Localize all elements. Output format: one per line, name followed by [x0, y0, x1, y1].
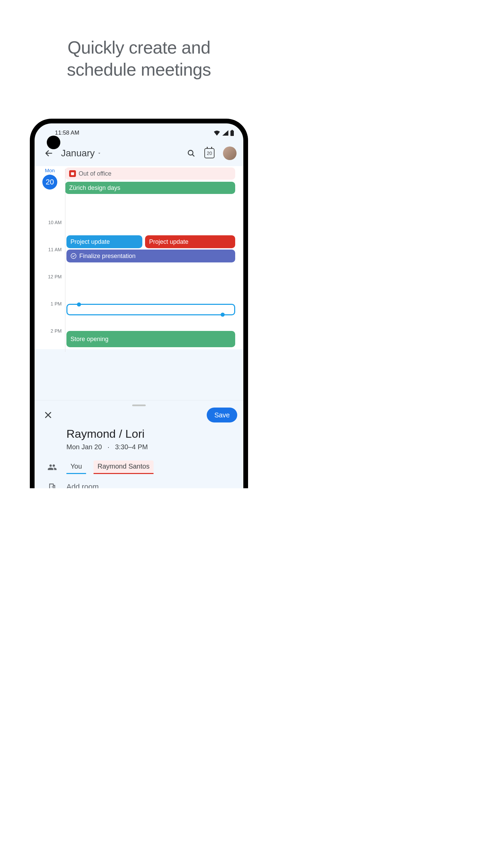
close-button[interactable]	[41, 408, 56, 422]
calendar-today-icon: 20	[204, 148, 215, 158]
day-view: Mon 20 Out of office Zürich design days	[35, 166, 243, 349]
close-icon	[44, 411, 53, 419]
account-avatar[interactable]	[223, 146, 237, 160]
arrow-left-icon	[44, 149, 53, 158]
event-project-update-blue[interactable]: Project update	[66, 235, 142, 248]
event-out-of-office[interactable]: Out of office	[65, 167, 235, 180]
signal-icon	[222, 130, 228, 136]
event-label: Zürich design days	[69, 184, 120, 192]
task-check-icon	[70, 253, 77, 259]
save-button[interactable]: Save	[207, 408, 237, 422]
event-store-opening[interactable]: Store opening	[66, 331, 235, 347]
event-finalize-presentation[interactable]: Finalize presentation	[66, 250, 235, 262]
add-room-label: Add room	[66, 482, 99, 488]
event-title-input[interactable]: Raymond / Lori	[35, 425, 243, 443]
hour-label: 2 PM	[50, 328, 62, 334]
attendee-chip-raymond[interactable]: Raymond Santos	[94, 460, 154, 474]
day-column-header[interactable]: Mon 20	[35, 167, 65, 194]
today-button[interactable]: 20	[202, 146, 217, 161]
svg-rect-5	[71, 173, 74, 174]
hour-label: 11 AM	[48, 247, 62, 252]
camera-hole	[47, 136, 60, 149]
event-zurich-design-days[interactable]: Zürich design days	[65, 182, 235, 194]
event-label: Project update	[149, 238, 188, 245]
event-project-update-red[interactable]: Project update	[145, 235, 235, 248]
month-picker[interactable]: January	[61, 148, 102, 159]
svg-line-3	[192, 154, 194, 156]
phone-screen: 11:58 AM January 20	[35, 123, 243, 488]
hour-label: 10 AM	[48, 220, 62, 225]
hour-label: 12 PM	[48, 274, 62, 279]
status-time: 11:58 AM	[55, 130, 79, 136]
timeline-divider	[65, 169, 65, 352]
event-label: Project update	[70, 238, 110, 245]
svg-rect-1	[231, 130, 233, 131]
event-label: Out of office	[79, 170, 111, 177]
day-name: Mon	[35, 167, 65, 173]
people-icon	[47, 462, 57, 472]
marketing-headline: Quickly create and schedule meetings	[0, 37, 278, 81]
wifi-icon	[214, 130, 220, 136]
attendee-chip-you[interactable]: You	[66, 460, 86, 474]
add-room-row[interactable]: Add room	[35, 477, 243, 488]
status-icons	[214, 130, 234, 136]
month-label: January	[61, 148, 95, 159]
search-button[interactable]	[184, 146, 199, 161]
status-bar: 11:58 AM	[35, 123, 243, 142]
attendees-row[interactable]: You Raymond Santos	[35, 457, 243, 477]
battery-icon	[230, 130, 234, 136]
resize-handle-top[interactable]	[77, 302, 81, 307]
app-bar: January 20	[35, 142, 243, 164]
new-event-slot[interactable]	[66, 304, 235, 315]
svg-point-7	[52, 487, 53, 488]
timeline[interactable]: 10 AM 11 AM 12 PM 1 PM 2 PM Project upda…	[35, 196, 243, 352]
svg-rect-0	[230, 131, 234, 136]
chevron-down-icon	[97, 151, 102, 156]
event-label: Store opening	[70, 336, 108, 343]
event-create-sheet: Save Raymond / Lori Mon Jan 20 · 3:30–4 …	[35, 400, 243, 488]
ooo-icon	[69, 170, 76, 177]
hour-label: 1 PM	[50, 301, 62, 307]
day-header: Mon 20 Out of office Zürich design days	[35, 166, 243, 194]
resize-handle-bottom[interactable]	[221, 313, 225, 317]
event-time-row[interactable]: Mon Jan 20 · 3:30–4 PM	[35, 443, 243, 457]
event-label: Finalize presentation	[79, 253, 136, 260]
time-gutter: 10 AM 11 AM 12 PM 1 PM 2 PM	[35, 196, 65, 352]
svg-point-6	[71, 254, 76, 259]
day-number: 20	[42, 175, 57, 190]
room-icon	[48, 482, 57, 488]
search-icon	[187, 149, 196, 158]
all-day-events: Out of office Zürich design days	[65, 167, 243, 194]
phone-frame: 11:58 AM January 20	[30, 119, 248, 488]
